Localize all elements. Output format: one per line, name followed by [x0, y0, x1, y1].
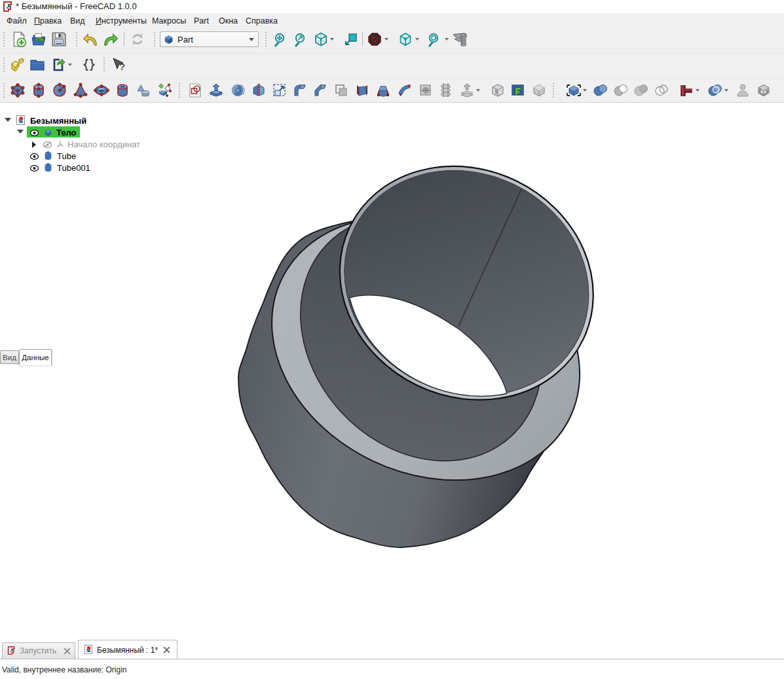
svg-text:?: ? — [119, 61, 125, 72]
